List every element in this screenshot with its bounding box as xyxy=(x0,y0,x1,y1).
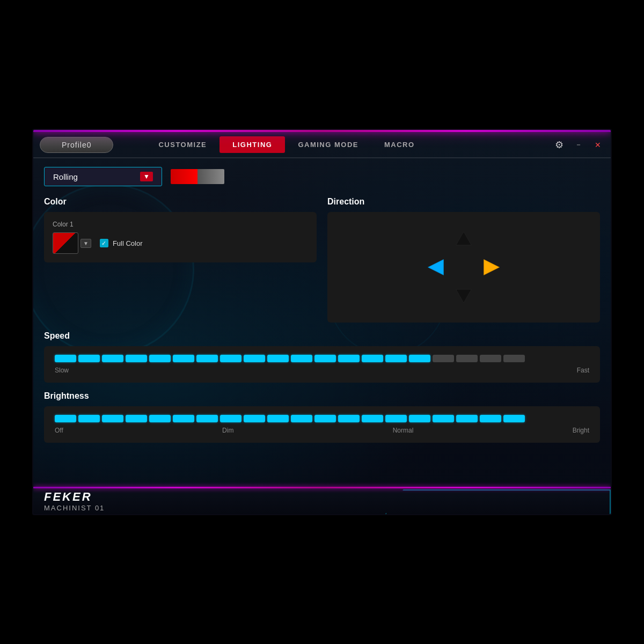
dropdown-arrow-icon: ▼ xyxy=(140,172,153,181)
speed-segment-17 xyxy=(456,355,478,362)
bottom-accent xyxy=(385,489,611,514)
speed-segment-18 xyxy=(480,355,501,362)
direction-section-title: Direction xyxy=(327,197,600,207)
color-bar-red xyxy=(171,169,197,184)
brightness-section-title: Brightness xyxy=(44,391,600,401)
full-color-label: Full Color xyxy=(113,239,143,247)
color-swatch-container: ▼ xyxy=(53,232,91,254)
tab-macro[interactable]: MACRO xyxy=(371,136,428,153)
speed-slider-box: Slow Fast xyxy=(44,346,600,383)
tab-customize[interactable]: CUSTOMIZE xyxy=(145,136,219,153)
brand-model: Machinist 01 xyxy=(44,504,105,512)
direction-grid xyxy=(422,226,505,309)
speed-segment-5 xyxy=(173,355,194,362)
brightness-segment-15 xyxy=(409,415,430,422)
brightness-segment-1 xyxy=(78,415,100,422)
title-bar: Profile0 CUSTOMIZE LIGHTING GAMING MODE … xyxy=(33,130,611,157)
speed-segment-bar[interactable] xyxy=(55,355,589,362)
window-controls: ⚙ － ✕ xyxy=(553,138,604,151)
speed-slider-labels: Slow Fast xyxy=(55,367,589,374)
dir-down-button[interactable] xyxy=(452,283,475,307)
brightness-segment-6 xyxy=(196,415,218,422)
effect-row: Rolling ▼ xyxy=(44,167,600,186)
brightness-bright-label: Bright xyxy=(573,427,589,434)
speed-segment-13 xyxy=(362,355,383,362)
speed-segment-12 xyxy=(338,355,360,362)
color-swatch[interactable] xyxy=(53,232,78,254)
direction-section: Direction xyxy=(327,197,600,323)
direction-arrows xyxy=(336,221,591,314)
color-bar-gray xyxy=(197,169,224,184)
brightness-segment-8 xyxy=(244,415,265,422)
swatch-dropdown[interactable]: ▼ xyxy=(80,239,91,248)
tab-lighting[interactable]: LIGHTING xyxy=(219,136,285,153)
brightness-segment-0 xyxy=(55,415,76,422)
full-color-checkbox[interactable]: ✓ xyxy=(100,239,108,247)
svg-marker-1 xyxy=(428,260,444,275)
svg-marker-0 xyxy=(456,232,472,245)
brand-info: FEKER Machinist 01 xyxy=(44,491,105,512)
brightness-segment-16 xyxy=(433,415,454,422)
direction-section-box xyxy=(327,212,600,323)
brightness-segment-7 xyxy=(220,415,241,422)
effect-value: Rolling xyxy=(53,172,78,181)
speed-segment-8 xyxy=(244,355,265,362)
brightness-segment-13 xyxy=(362,415,383,422)
color-bar-preview xyxy=(171,169,224,184)
speed-segment-16 xyxy=(433,355,454,362)
speed-slow-label: Slow xyxy=(55,367,69,374)
brightness-segment-bar[interactable] xyxy=(55,415,589,422)
speed-fast-label: Fast xyxy=(577,367,589,374)
app-window: Profile0 CUSTOMIZE LIGHTING GAMING MODE … xyxy=(32,129,612,515)
brightness-segment-19 xyxy=(503,415,525,422)
brightness-dim-label: Dim xyxy=(222,427,233,434)
tab-gaming-mode[interactable]: GAMING MODE xyxy=(285,136,371,153)
color-section-title: Color xyxy=(44,197,317,207)
color1-label: Color 1 xyxy=(53,221,308,228)
speed-segment-1 xyxy=(78,355,100,362)
brightness-segment-10 xyxy=(291,415,312,422)
minimize-button[interactable]: － xyxy=(572,138,585,151)
full-color-row: ✓ Full Color xyxy=(100,239,143,247)
brightness-section: Brightness Off Dim Normal Bright xyxy=(44,391,600,443)
speed-segment-11 xyxy=(314,355,336,362)
brightness-segment-12 xyxy=(338,415,360,422)
brightness-segment-18 xyxy=(480,415,501,422)
speed-segment-15 xyxy=(409,355,430,362)
speed-segment-0 xyxy=(55,355,76,362)
speed-segment-19 xyxy=(503,355,525,362)
color-section: Color Color 1 ▼ ✓ Full Color xyxy=(44,197,317,323)
brightness-off-label: Off xyxy=(55,427,63,434)
main-content: Rolling ▼ Color Color 1 ▼ xyxy=(33,158,611,451)
speed-segment-3 xyxy=(126,355,147,362)
speed-segment-10 xyxy=(291,355,312,362)
color-controls-row: ▼ ✓ Full Color xyxy=(53,232,308,254)
brightness-segment-11 xyxy=(314,415,336,422)
svg-marker-2 xyxy=(484,260,500,275)
brightness-segment-3 xyxy=(126,415,147,422)
nav-tabs: CUSTOMIZE LIGHTING GAMING MODE MACRO xyxy=(145,136,553,153)
dir-right-button[interactable] xyxy=(480,255,503,279)
dir-left-button[interactable] xyxy=(424,255,448,279)
speed-segment-4 xyxy=(149,355,171,362)
close-button[interactable]: ✕ xyxy=(591,138,604,151)
brand-name: FEKER xyxy=(44,491,105,503)
dir-up-button[interactable] xyxy=(452,228,475,251)
brightness-slider-labels: Off Dim Normal Bright xyxy=(55,427,589,434)
brightness-segment-2 xyxy=(102,415,123,422)
speed-segment-9 xyxy=(267,355,289,362)
bottom-bar: FEKER Machinist 01 xyxy=(33,488,611,514)
brightness-segment-5 xyxy=(173,415,194,422)
speed-segment-7 xyxy=(220,355,241,362)
speed-segment-6 xyxy=(196,355,218,362)
speed-segment-2 xyxy=(102,355,123,362)
brightness-segment-9 xyxy=(267,415,289,422)
brightness-slider-box: Off Dim Normal Bright xyxy=(44,406,600,443)
brightness-normal-label: Normal xyxy=(393,427,414,434)
svg-marker-3 xyxy=(456,289,472,303)
brightness-segment-17 xyxy=(456,415,478,422)
color-direction-row: Color Color 1 ▼ ✓ Full Color xyxy=(44,197,600,323)
settings-button[interactable]: ⚙ xyxy=(553,138,566,151)
profile-tab[interactable]: Profile0 xyxy=(40,137,113,153)
effect-dropdown[interactable]: Rolling ▼ xyxy=(44,167,162,186)
